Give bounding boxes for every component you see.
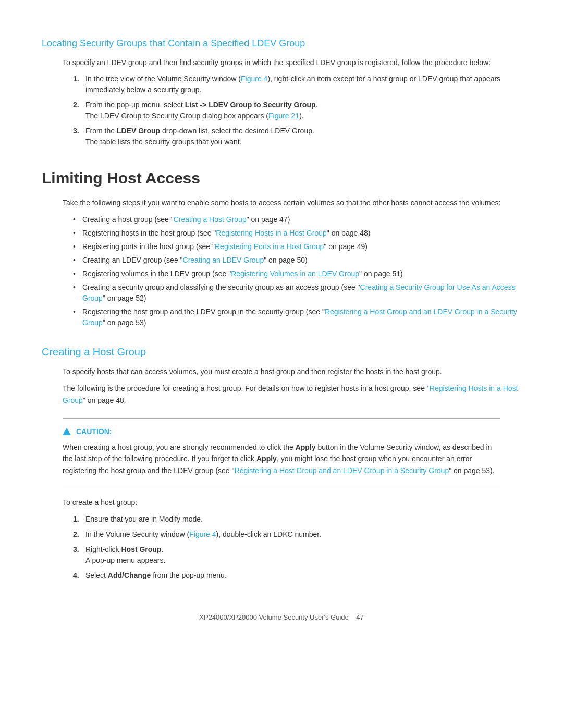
figure4-link-2[interactable]: Figure 4 xyxy=(189,530,216,538)
registering-volumes-link[interactable]: Registering Volumes in an LDEV Group xyxy=(231,269,359,278)
figure21-link[interactable]: Figure 21 xyxy=(268,112,299,120)
bullet-creating-host-group: Creating a host group (see "Creating a H… xyxy=(73,214,521,225)
caution-title: CAUTION: xyxy=(63,426,500,437)
creating-ldev-link[interactable]: Creating an LDEV Group xyxy=(183,256,264,264)
list-ldev-bold: List -> LDEV Group to Security Group xyxy=(185,101,316,109)
creating-steps-list: Ensure that you are in Modify mode. In t… xyxy=(73,514,521,581)
bullet-registering-ports: Registering ports in the host group (see… xyxy=(73,241,521,252)
bullet-creating-ldev-group: Creating an LDEV group (see "Creating an… xyxy=(73,255,521,266)
registering-ports-link[interactable]: Registering Ports in a Host Group xyxy=(215,242,324,251)
ldev-group-bold: LDEV Group xyxy=(117,127,160,135)
locating-section: Locating Security Groups that Contain a … xyxy=(42,36,521,147)
creating-step-2: In the Volume Security window (Figure 4)… xyxy=(73,529,521,540)
limiting-intro: Take the following steps if you want to … xyxy=(63,197,521,208)
registering-host-group-link[interactable]: Registering a Host Group and an LDEV Gro… xyxy=(82,307,517,327)
locating-step-1: In the tree view of the Volume Security … xyxy=(73,73,521,95)
registering-hosts-link-2[interactable]: Registering Hosts in a Host Group xyxy=(63,384,518,404)
add-change-bold: Add/Change xyxy=(108,571,151,579)
caution-triangle-icon xyxy=(63,428,71,435)
creating-step-3-text: Right-click Host Group. xyxy=(85,545,163,553)
locating-step-2: From the pop-up menu, select List -> LDE… xyxy=(73,100,521,121)
creating-security-group-link[interactable]: Creating a Security Group for Use As an … xyxy=(82,283,516,302)
bullet-registering-host-group: Registering the host group and the LDEV … xyxy=(73,306,521,328)
locating-step-1-text: In the tree view of the Volume Security … xyxy=(85,75,500,94)
limiting-bullets-list: Creating a host group (see "Creating a H… xyxy=(73,214,521,328)
creating-host-group-para2: The following is the procedure for creat… xyxy=(63,382,521,406)
page-number: 47 xyxy=(356,613,363,621)
creating-host-group-para1: To specify hosts that can access volumes… xyxy=(63,366,521,377)
creating-host-group-heading: Creating a Host Group xyxy=(42,344,521,360)
creating-step-4: Select Add/Change from the pop-up menu. xyxy=(73,570,521,581)
caution-body: When creating a host group, you are stro… xyxy=(63,441,500,476)
locating-step-2-text: From the pop-up menu, select List -> LDE… xyxy=(85,101,317,109)
host-group-bold: Host Group xyxy=(121,545,161,553)
creating-host-group-section: Creating a Host Group To specify hosts t… xyxy=(42,344,521,581)
apply-bold-2: Apply xyxy=(256,454,277,463)
page-footer: XP24000/XP20000 Volume Security User's G… xyxy=(42,612,521,623)
locating-section-heading: Locating Security Groups that Contain a … xyxy=(42,36,521,51)
creating-step-2-text: In the Volume Security window (Figure 4)… xyxy=(85,530,321,538)
registering-hosts-link[interactable]: Registering Hosts in a Host Group xyxy=(216,229,326,237)
limiting-host-access-heading: Limiting Host Access xyxy=(42,166,521,190)
locating-step-2-sub: The LDEV Group to Security Group dialog … xyxy=(85,112,304,120)
locating-step-3: From the LDEV Group drop-down list, sele… xyxy=(73,126,521,147)
caution-box: CAUTION: When creating a host group, you… xyxy=(63,418,500,484)
creating-step-3-sub: A pop-up menu appears. xyxy=(85,556,165,564)
footer-text: XP24000/XP20000 Volume Security User's G… xyxy=(199,613,348,621)
locating-steps-list: In the tree view of the Volume Security … xyxy=(73,73,521,147)
creating-host-group-link-1[interactable]: Creating a Host Group xyxy=(174,215,247,224)
bullet-registering-hosts: Registering hosts in the host group (see… xyxy=(73,228,521,239)
locating-step-3-text: From the LDEV Group drop-down list, sele… xyxy=(85,127,314,135)
to-create-text: To create a host group: xyxy=(63,497,521,508)
registering-caution-link[interactable]: Registering a Host Group and an LDEV Gro… xyxy=(235,466,449,475)
apply-bold-1: Apply xyxy=(296,443,316,451)
locating-step-3-sub: The table lists the security groups that… xyxy=(85,138,242,146)
creating-step-1: Ensure that you are in Modify mode. xyxy=(73,514,521,525)
figure4-link-1[interactable]: Figure 4 xyxy=(241,75,267,83)
creating-step-4-text: Select Add/Change from the pop-up menu. xyxy=(85,571,227,579)
locating-intro: To specify an LDEV group and then find s… xyxy=(63,57,521,68)
creating-step-3: Right-click Host Group. A pop-up menu ap… xyxy=(73,544,521,566)
creating-step-1-text: Ensure that you are in Modify mode. xyxy=(85,515,203,523)
caution-title-text: CAUTION: xyxy=(76,426,112,437)
bullet-creating-security-group: Creating a security group and classifyin… xyxy=(73,282,521,304)
limiting-host-access-section: Limiting Host Access Take the following … xyxy=(42,166,521,328)
bullet-registering-volumes: Registering volumes in the LDEV group (s… xyxy=(73,268,521,279)
